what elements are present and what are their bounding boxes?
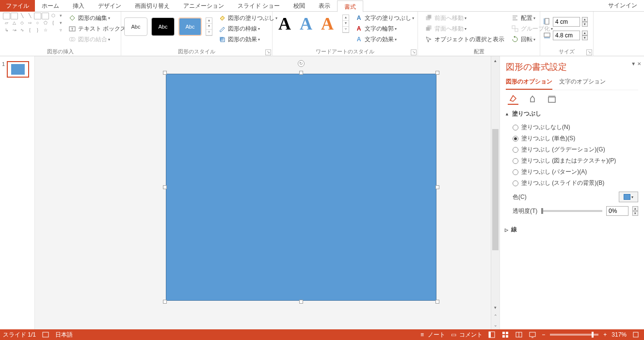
transparency-slider[interactable] bbox=[541, 210, 602, 212]
slideshow-view-button[interactable] bbox=[528, 330, 537, 339]
reading-view-button[interactable] bbox=[515, 330, 523, 339]
svg-rect-3 bbox=[220, 37, 224, 41]
fill-solid-radio[interactable]: 塗りつぶし (単色)(S) bbox=[506, 133, 638, 144]
selection-pane-button[interactable]: オブジェクトの選択と表示 bbox=[423, 34, 506, 45]
prev-slide-button[interactable]: ⌃ bbox=[491, 312, 499, 321]
tab-slideshow[interactable]: スライド ショー bbox=[231, 0, 287, 12]
tab-format[interactable]: 書式 bbox=[337, 0, 363, 12]
spellcheck-icon[interactable] bbox=[42, 331, 49, 339]
transparency-down[interactable]: ▾ bbox=[632, 211, 638, 216]
resize-handle-tr[interactable] bbox=[435, 71, 439, 75]
vertical-scrollbar[interactable]: ▴ ▾ ⌃ ⌄ bbox=[491, 56, 499, 329]
transparency-input[interactable] bbox=[606, 206, 628, 216]
resize-handle-l[interactable] bbox=[163, 185, 167, 189]
shape-fill-button[interactable]: 図形の塗りつぶし▾ bbox=[216, 13, 279, 23]
next-slide-button[interactable]: ⌄ bbox=[491, 321, 499, 329]
fill-color-button[interactable]: ▾ bbox=[619, 192, 638, 202]
scroll-down-button[interactable]: ▾ bbox=[491, 303, 499, 312]
transparency-up[interactable]: ▴ bbox=[632, 206, 638, 211]
status-slide-number[interactable]: スライド 1/1 bbox=[3, 331, 36, 339]
wordart-style-2[interactable]: A bbox=[300, 15, 312, 32]
text-effects-icon: A bbox=[355, 35, 363, 43]
scroll-thumb[interactable] bbox=[492, 129, 499, 250]
zoom-slider[interactable] bbox=[550, 334, 598, 336]
fill-picture-radio[interactable]: 塗りつぶし (図またはテクスチャ)(P) bbox=[506, 155, 638, 166]
shape-style-more[interactable]: ▴▾▿ bbox=[206, 17, 212, 36]
fill-none-radio[interactable]: 塗りつぶしなし(N) bbox=[506, 122, 638, 133]
wordart-style-1[interactable]: A bbox=[278, 15, 291, 32]
pane-tab-shape-options[interactable]: 図形のオプション bbox=[506, 78, 552, 90]
tab-animations[interactable]: アニメーション bbox=[177, 0, 231, 12]
section-line-header[interactable]: ▷線 bbox=[505, 226, 638, 234]
slide-canvas[interactable]: ↻ bbox=[35, 56, 491, 329]
resize-handle-br[interactable] bbox=[435, 300, 439, 304]
section-fill-header[interactable]: ▲塗りつぶし bbox=[505, 110, 638, 118]
selected-shape[interactable]: ↻ bbox=[163, 71, 439, 304]
pane-close-button[interactable]: ▼ ✕ bbox=[631, 61, 641, 66]
zoom-out-button[interactable]: − bbox=[542, 331, 545, 338]
resize-handle-bl[interactable] bbox=[163, 300, 167, 304]
tab-file[interactable]: ファイル bbox=[0, 0, 35, 12]
wordart-style-3[interactable]: A bbox=[321, 15, 334, 32]
sorter-view-button[interactable] bbox=[501, 330, 510, 339]
rotate-label: 回転 bbox=[521, 35, 532, 44]
pane-tab-text-options[interactable]: 文字のオプション bbox=[559, 78, 606, 90]
tab-review[interactable]: 校閲 bbox=[287, 0, 312, 12]
effects-icon bbox=[218, 35, 226, 43]
shape-style-2[interactable]: Abc bbox=[151, 17, 175, 36]
pane-icon-size-props[interactable] bbox=[547, 94, 557, 105]
resize-handle-tl[interactable] bbox=[163, 71, 167, 75]
shape-style-1[interactable]: Abc bbox=[124, 17, 147, 36]
text-outline-button[interactable]: A文字の輪郭▾ bbox=[353, 23, 416, 34]
shape-outline-button[interactable]: 図形の枠線▾ bbox=[216, 23, 279, 34]
width-input[interactable] bbox=[553, 31, 580, 40]
normal-view-button[interactable] bbox=[487, 330, 496, 339]
text-effects-button[interactable]: A文字の効果▾ bbox=[353, 34, 416, 45]
shapes-gallery[interactable]: ╲╲⬡▾ ▱△◇⇨○⬠{▾ ↳↝∿{}☆▿ bbox=[3, 13, 64, 34]
zoom-in-button[interactable]: + bbox=[603, 331, 607, 338]
text-fill-icon: A bbox=[355, 14, 363, 22]
shape-effects-button[interactable]: 図形の効果▾ bbox=[216, 34, 279, 45]
fill-slidebg-radio[interactable]: 塗りつぶし (スライドの背景)(B) bbox=[506, 178, 638, 189]
height-down[interactable]: ▾ bbox=[582, 22, 588, 27]
ribbon: ╲╲⬡▾ ▱△◇⇨○⬠{▾ ↳↝∿{}☆▿ 図形の編集▾ テキスト ボックス▾ … bbox=[0, 12, 644, 56]
width-up[interactable]: ▴ bbox=[582, 31, 588, 35]
rectangle-shape[interactable] bbox=[166, 74, 436, 301]
rotate-handle[interactable]: ↻ bbox=[298, 60, 305, 67]
svg-rect-23 bbox=[633, 332, 638, 337]
resize-handle-b[interactable] bbox=[299, 300, 303, 304]
fill-none-label: 塗りつぶしなし(N) bbox=[521, 123, 570, 131]
resize-handle-r[interactable] bbox=[435, 185, 439, 189]
scroll-up-button[interactable]: ▴ bbox=[491, 56, 499, 65]
height-up[interactable]: ▴ bbox=[582, 17, 588, 22]
comments-button[interactable]: ▭ コメント bbox=[450, 331, 483, 339]
notes-button[interactable]: ≡ ノート bbox=[419, 331, 445, 339]
tab-design[interactable]: デザイン bbox=[91, 0, 128, 12]
width-down[interactable]: ▾ bbox=[582, 35, 588, 40]
tab-view[interactable]: 表示 bbox=[312, 0, 337, 12]
zoom-level[interactable]: 317% bbox=[612, 331, 627, 338]
svg-rect-6 bbox=[428, 15, 431, 18]
svg-rect-8 bbox=[426, 27, 430, 31]
shape-effects-label: 図形の効果 bbox=[228, 35, 257, 44]
text-fill-button[interactable]: A文字の塗りつぶし▾ bbox=[353, 13, 416, 23]
signin-link[interactable]: サインイン bbox=[601, 1, 644, 10]
tab-transitions[interactable]: 画面切り替え bbox=[128, 0, 177, 12]
edit-shape-icon bbox=[68, 14, 76, 22]
tab-insert[interactable]: 挿入 bbox=[66, 0, 91, 12]
fill-pattern-radio[interactable]: 塗りつぶし (パターン)(A) bbox=[506, 166, 638, 178]
height-input[interactable] bbox=[553, 17, 580, 27]
resize-handle-t[interactable] bbox=[299, 71, 303, 75]
fit-to-window-button[interactable] bbox=[631, 330, 640, 339]
wordart-more[interactable]: ▴▾▿ bbox=[342, 15, 349, 33]
fill-gradient-radio[interactable]: 塗りつぶし (グラデーション)(G) bbox=[506, 144, 638, 155]
status-language[interactable]: 日本語 bbox=[55, 331, 73, 339]
shape-style-3[interactable]: Abc bbox=[178, 17, 202, 36]
format-shape-pane: ▼ ✕ 図形の書式設定 図形のオプション 文字のオプション ▲塗りつぶし 塗りつ… bbox=[499, 56, 644, 329]
pane-icon-effects[interactable] bbox=[527, 94, 538, 105]
tab-home[interactable]: ホーム bbox=[35, 0, 66, 12]
pane-icon-fill-line[interactable] bbox=[508, 94, 518, 105]
slide-thumb-1[interactable] bbox=[7, 61, 29, 78]
group-wordart: A A A ▴▾▿ A文字の塗りつぶし▾ A文字の輪郭▾ A文字の効果▾ ↘ ワ… bbox=[273, 12, 418, 56]
fill-pattern-label: 塗りつぶし (パターン)(A) bbox=[521, 168, 587, 176]
